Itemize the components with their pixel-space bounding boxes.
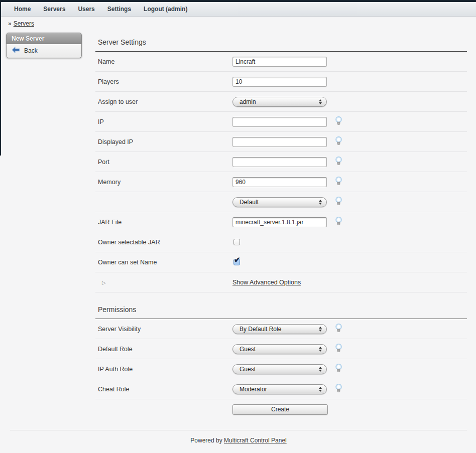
form-row-server-visibility: Server Visibility By Default Role xyxy=(95,319,467,339)
sidebar-menu: New Server Back xyxy=(6,33,82,58)
memory-unit-select[interactable]: Default xyxy=(232,197,327,207)
select-stepper-icon xyxy=(319,387,322,392)
cheat-role-selected-value: Moderator xyxy=(240,386,267,393)
form-row-port: Port xyxy=(95,152,467,172)
new-server-form: Server Settings Name Players Assign to u… xyxy=(95,33,467,419)
ip-label: IP xyxy=(98,118,232,125)
form-row-players: Players xyxy=(95,72,467,92)
nav-users[interactable]: Users xyxy=(78,6,94,13)
breadcrumb-servers-link[interactable]: Servers xyxy=(14,20,34,27)
owner-selectable-jar-label: Owner selectable JAR xyxy=(98,239,232,246)
form-row-assign-to-user: Assign to user admin xyxy=(95,92,467,112)
form-row-owner-selectable-jar: Owner selectable JAR xyxy=(95,232,467,252)
server-visibility-selected-value: By Default Role xyxy=(240,326,281,333)
nav-home[interactable]: Home xyxy=(14,6,31,13)
default-role-select[interactable]: Guest xyxy=(232,344,327,354)
port-hint-bulb-icon[interactable] xyxy=(335,157,342,167)
select-stepper-icon xyxy=(319,200,322,205)
form-row-ip: IP xyxy=(95,112,467,132)
server-visibility-hint-bulb-icon[interactable] xyxy=(335,324,342,334)
ip-hint-bulb-icon[interactable] xyxy=(335,116,342,127)
disclosure-triangle-icon[interactable]: ▷ xyxy=(102,280,106,285)
default-role-label: Default Role xyxy=(98,346,232,353)
window-left-edge xyxy=(0,0,1,156)
nav-servers[interactable]: Servers xyxy=(43,6,65,13)
footer: Powered by Multicraft Control Panel xyxy=(10,430,467,444)
form-row-memory: Memory xyxy=(95,172,467,192)
nav-settings[interactable]: Settings xyxy=(107,6,131,13)
port-input[interactable] xyxy=(232,157,327,167)
checkmark-icon: ✔ xyxy=(234,256,241,263)
assign-to-user-select[interactable]: admin xyxy=(232,97,327,107)
form-row-name: Name xyxy=(95,52,467,72)
owner-can-set-name-checkbox[interactable]: ✔ xyxy=(233,259,240,265)
displayed-ip-hint-bulb-icon[interactable] xyxy=(335,136,342,147)
form-row-ip-auth-role: IP Auth Role Guest xyxy=(95,359,467,379)
port-label: Port xyxy=(98,159,232,166)
memory-unit-hint-bulb-icon[interactable] xyxy=(335,197,342,207)
ip-auth-role-select[interactable]: Guest xyxy=(232,364,327,374)
section-title-server-settings: Server Settings xyxy=(95,33,467,52)
owner-selectable-jar-checkbox[interactable] xyxy=(233,239,240,245)
nav-logout[interactable]: Logout (admin) xyxy=(144,6,187,13)
displayed-ip-label: Displayed IP xyxy=(98,138,232,145)
ip-auth-role-label: IP Auth Role xyxy=(98,366,232,373)
main-nav: Home Servers Users Settings Logout (admi… xyxy=(0,2,476,17)
server-visibility-label: Server Visibility xyxy=(98,326,232,333)
form-row-default-role: Default Role Guest xyxy=(95,339,467,359)
window-top-edge xyxy=(0,0,476,2)
form-row-memory-unit: Default xyxy=(95,192,467,212)
jar-file-input[interactable] xyxy=(232,217,327,227)
show-advanced-options-link[interactable]: Show Advanced Options xyxy=(232,279,301,286)
select-stepper-icon xyxy=(319,327,322,332)
breadcrumb: »Servers xyxy=(8,20,34,27)
form-row-owner-can-set-name: Owner can set Name ✔ xyxy=(95,252,467,272)
select-stepper-icon xyxy=(319,347,322,352)
name-input[interactable] xyxy=(232,57,327,67)
ip-input[interactable] xyxy=(232,117,327,127)
breadcrumb-marker-icon: » xyxy=(8,20,12,27)
memory-input[interactable] xyxy=(232,177,327,187)
jar-file-label: JAR File xyxy=(98,219,232,226)
assign-to-user-selected-value: admin xyxy=(240,98,256,105)
section-title-permissions: Permissions xyxy=(95,300,467,319)
select-stepper-icon xyxy=(319,99,322,104)
players-input[interactable] xyxy=(232,77,327,87)
cheat-role-label: Cheat Role xyxy=(98,386,232,393)
sidebar-title: New Server xyxy=(7,33,81,44)
form-row-jar-file: JAR File xyxy=(95,212,467,232)
ip-auth-role-hint-bulb-icon[interactable] xyxy=(335,364,342,374)
form-row-cheat-role: Cheat Role Moderator xyxy=(95,379,467,399)
form-row-advanced-options: ▷ Show Advanced Options xyxy=(95,272,467,292)
assign-to-user-label: Assign to user xyxy=(98,98,232,105)
form-row-displayed-ip: Displayed IP xyxy=(95,132,467,152)
name-label: Name xyxy=(98,58,232,65)
owner-can-set-name-label: Owner can set Name xyxy=(98,259,232,266)
cheat-role-select[interactable]: Moderator xyxy=(232,384,327,394)
back-button[interactable]: Back xyxy=(7,44,81,58)
default-role-selected-value: Guest xyxy=(240,346,256,353)
memory-hint-bulb-icon[interactable] xyxy=(335,177,342,187)
footer-text: Powered by xyxy=(190,437,222,444)
memory-unit-selected-value: Default xyxy=(240,199,259,206)
players-label: Players xyxy=(98,78,232,85)
default-role-hint-bulb-icon[interactable] xyxy=(335,344,342,354)
form-row-create: Create xyxy=(95,399,467,419)
server-visibility-select[interactable]: By Default Role xyxy=(232,324,327,334)
back-label: Back xyxy=(24,47,38,54)
memory-label: Memory xyxy=(98,179,232,186)
back-arrow-icon xyxy=(12,47,20,55)
ip-auth-role-selected-value: Guest xyxy=(240,366,256,373)
select-stepper-icon xyxy=(319,367,322,372)
multicraft-control-panel-link[interactable]: Multicraft Control Panel xyxy=(224,437,287,444)
create-button[interactable]: Create xyxy=(232,404,328,415)
displayed-ip-input[interactable] xyxy=(232,137,327,147)
jar-file-hint-bulb-icon[interactable] xyxy=(335,217,342,227)
cheat-role-hint-bulb-icon[interactable] xyxy=(335,384,342,394)
